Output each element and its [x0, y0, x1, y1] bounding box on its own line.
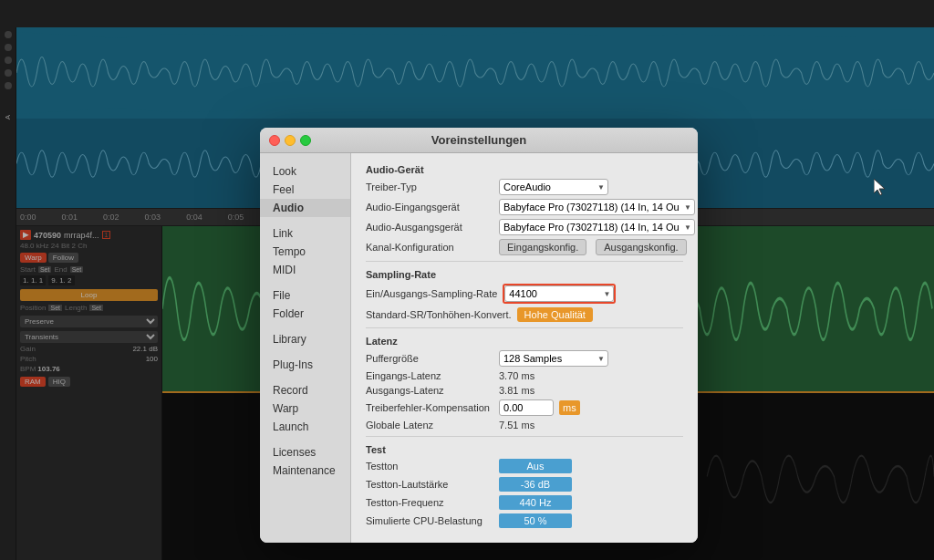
treiberfehler-input[interactable]: [499, 399, 554, 416]
testton-label: Testton: [366, 461, 493, 472]
treiber-typ-select[interactable]: CoreAudio: [499, 179, 608, 195]
kanal-konfiguration-label: Kanal-Konfiguration: [366, 242, 493, 253]
ausgangsgeraet-wrapper: Babyface Pro (73027118) (14 In, 14 Ou: [499, 219, 695, 235]
ausgangs-latenz-label: Ausgangs-Latenz: [366, 385, 493, 396]
ausgangs-latenz-value: 3.81 ms: [499, 385, 534, 396]
testton-value: Aus: [499, 459, 572, 473]
kanal-konfiguration-row: Kanal-Konfiguration Eingangskonfig. Ausg…: [366, 239, 683, 255]
dialog-content-panel: Audio-Gerät Treiber-Typ CoreAudio Audio-…: [351, 153, 698, 543]
standard-sr-label: Standard-SR/Tonhöhen-Konvert.: [366, 309, 512, 320]
nav-item-feel[interactable]: Feel: [260, 181, 350, 199]
eingangsgeraet-row: Audio-Eingangsgerät Babyface Pro (730271…: [366, 199, 683, 215]
treiber-typ-wrapper: CoreAudio: [499, 179, 608, 195]
nav-item-launch[interactable]: Launch: [260, 418, 350, 436]
testton-frequenz-row: Testton-Frequenz 440 Hz: [366, 495, 683, 510]
globale-latenz-row: Globale Latenz 7.51 ms: [366, 420, 683, 430]
ausgangsgeraet-select[interactable]: Babyface Pro (73027118) (14 In, 14 Ou: [499, 219, 695, 235]
divider-2: [366, 327, 683, 328]
traffic-lights: [269, 135, 311, 146]
ausgangsgeraet-row: Audio-Ausgangsgerät Babyface Pro (730271…: [366, 219, 683, 235]
globale-latenz-label: Globale Latenz: [366, 420, 493, 430]
divider-1: [366, 261, 683, 262]
minimize-button[interactable]: [285, 135, 296, 146]
sampling-rate-row: Ein/Ausgangs-Sampling-Rate 44100: [366, 284, 683, 304]
testton-row: Testton Aus: [366, 459, 683, 473]
sampling-rate-section-label: Sampling-Rate: [366, 269, 683, 280]
puffergroesse-select[interactable]: 128 Samples: [499, 350, 608, 367]
nav-item-link[interactable]: Link: [260, 224, 350, 243]
eingangsgeraet-label: Audio-Eingangsgerät: [366, 202, 493, 213]
puffergroesse-label: Puffergröße: [366, 353, 493, 364]
dialog-nav: Look Feel Audio Link Tempo MIDI File Fol…: [260, 153, 351, 543]
sampling-rate-wrapper: 44100: [503, 284, 616, 304]
testton-lautstaerke-label: Testton-Lautstärke: [366, 479, 493, 490]
nav-item-folder[interactable]: Folder: [260, 305, 350, 323]
treiber-typ-label: Treiber-Typ: [366, 181, 493, 192]
testton-frequenz-label: Testton-Frequenz: [366, 497, 493, 508]
dialog-title: Voreinstellungen: [431, 133, 527, 147]
eingangs-latenz-label: Eingangs-Latenz: [366, 370, 493, 381]
treiberfehler-unit: ms: [559, 400, 580, 415]
latenz-section-label: Latenz: [366, 336, 683, 347]
nav-item-audio[interactable]: Audio: [260, 199, 350, 217]
eingangs-latenz-row: Eingangs-Latenz 3.70 ms: [366, 370, 683, 381]
eingangsgeraet-select[interactable]: Babyface Pro (73027118) (14 In, 14 Ou: [499, 199, 695, 215]
sampling-rate-select[interactable]: 44100: [504, 285, 614, 302]
testton-frequenz-value: 440 Hz: [499, 495, 572, 510]
modal-overlay: Voreinstellungen Look Feel Audio Link Te…: [0, 0, 934, 560]
dialog-titlebar: Voreinstellungen: [260, 128, 698, 153]
nav-item-warp[interactable]: Warp: [260, 399, 350, 418]
globale-latenz-value: 7.51 ms: [499, 420, 534, 430]
nav-item-look[interactable]: Look: [260, 162, 350, 181]
dialog-body: Look Feel Audio Link Tempo MIDI File Fol…: [260, 153, 698, 543]
close-button[interactable]: [269, 135, 280, 146]
testton-lautstaerke-value: -36 dB: [499, 477, 572, 492]
eingangs-latenz-value: 3.70 ms: [499, 370, 534, 381]
hohe-qualitaet-button[interactable]: Hohe Qualität: [517, 307, 593, 322]
nav-item-file[interactable]: File: [260, 286, 350, 305]
cpu-belastung-row: Simulierte CPU-Belastung 50 %: [366, 513, 683, 528]
divider-3: [366, 436, 683, 437]
nav-item-record[interactable]: Record: [260, 381, 350, 399]
audio-geraet-section-label: Audio-Gerät: [366, 164, 683, 175]
puffergroesse-wrapper: 128 Samples: [499, 350, 608, 367]
test-section-label: Test: [366, 444, 683, 455]
treiberfehler-label: Treiberfehler-Kompensation: [366, 402, 493, 413]
cpu-belastung-label: Simulierte CPU-Belastung: [366, 515, 493, 526]
nav-item-plugins[interactable]: Plug-Ins: [260, 356, 350, 374]
maximize-button[interactable]: [300, 135, 311, 146]
treiber-typ-row: Treiber-Typ CoreAudio: [366, 179, 683, 195]
voreinstellungen-dialog: Voreinstellungen Look Feel Audio Link Te…: [260, 128, 698, 543]
sampling-rate-label: Ein/Ausgangs-Sampling-Rate: [366, 288, 497, 299]
treiberfehler-row: Treiberfehler-Kompensation ms: [366, 399, 683, 416]
standard-sr-row: Standard-SR/Tonhöhen-Konvert. Hohe Quali…: [366, 307, 683, 322]
cpu-belastung-value: 50 %: [499, 513, 572, 528]
eingangsgeraet-wrapper: Babyface Pro (73027118) (14 In, 14 Ou: [499, 199, 695, 215]
ausgangskonfig-button[interactable]: Ausgangskonfig.: [596, 239, 686, 255]
nav-item-maintenance[interactable]: Maintenance: [260, 461, 350, 480]
ausgangs-latenz-row: Ausgangs-Latenz 3.81 ms: [366, 385, 683, 396]
nav-item-library[interactable]: Library: [260, 330, 350, 348]
nav-item-midi[interactable]: MIDI: [260, 261, 350, 279]
nav-item-tempo[interactable]: Tempo: [260, 243, 350, 261]
testton-lautstaerke-row: Testton-Lautstärke -36 dB: [366, 477, 683, 492]
eingangskonfig-button[interactable]: Eingangskonfig.: [499, 239, 586, 255]
nav-item-licenses[interactable]: Licenses: [260, 443, 350, 461]
ausgangsgeraet-label: Audio-Ausgangsgerät: [366, 222, 493, 233]
puffergroesse-row: Puffergröße 128 Samples: [366, 350, 683, 367]
